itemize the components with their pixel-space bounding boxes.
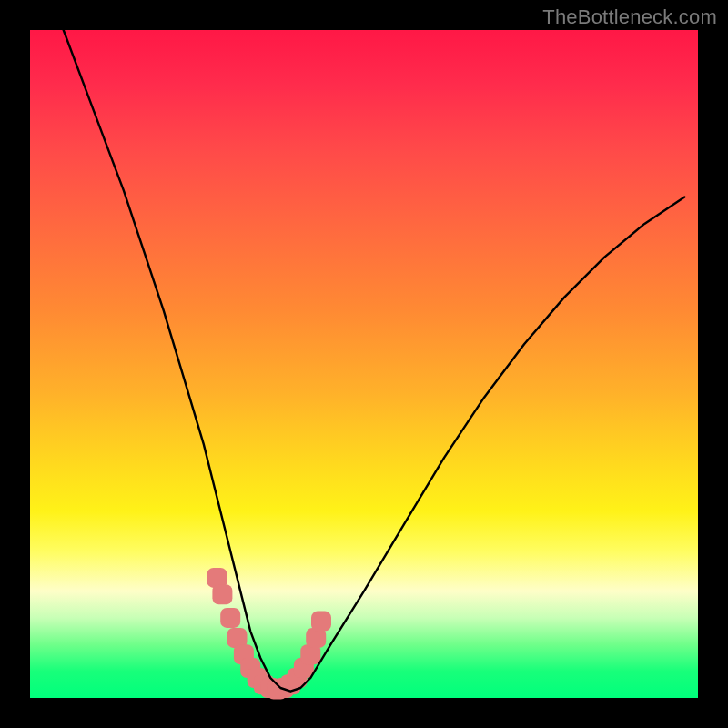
marker-dot — [212, 584, 232, 604]
bottleneck-curve — [64, 30, 685, 692]
chart-svg — [30, 30, 698, 698]
marker-dot — [220, 608, 240, 628]
marker-band-group — [207, 568, 332, 700]
chart-frame: TheBottleneck.com — [0, 0, 728, 728]
marker-dot — [311, 612, 331, 632]
watermark-text: TheBottleneck.com — [542, 5, 717, 29]
plot-area — [30, 30, 698, 698]
